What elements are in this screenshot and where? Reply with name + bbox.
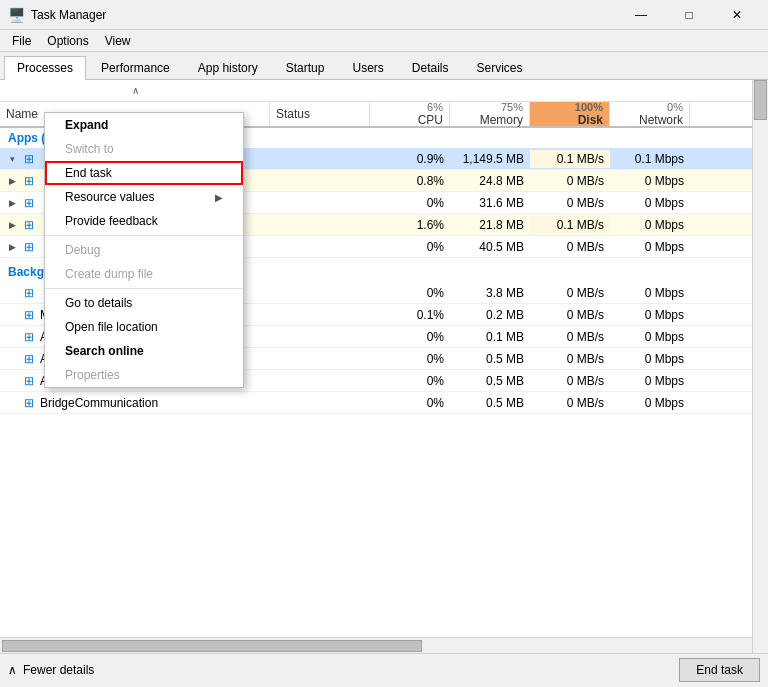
status-cell: [270, 379, 370, 383]
status-cell: [270, 179, 370, 183]
header-disk[interactable]: 100% Disk: [530, 102, 610, 126]
ctx-go-to-details[interactable]: Go to details: [45, 291, 243, 315]
cpu-cell: 0%: [370, 350, 450, 368]
minimize-button[interactable]: —: [618, 0, 664, 30]
cpu-cell: 0.9%: [370, 150, 450, 168]
process-icon: ⊞: [22, 286, 36, 300]
mem-cell: 0.5 MB: [450, 394, 530, 412]
net-cell: 0 Mbps: [610, 350, 690, 368]
horizontal-scrollbar[interactable]: [0, 637, 768, 653]
ctx-create-dump[interactable]: Create dump file: [45, 262, 243, 286]
tab-performance[interactable]: Performance: [88, 56, 183, 79]
mem-cell: 40.5 MB: [450, 238, 530, 256]
ctx-resource-values[interactable]: Resource values ▶: [45, 185, 243, 209]
cpu-cell: 1.6%: [370, 216, 450, 234]
process-icon: ⊞: [22, 308, 36, 322]
disk-cell: 0 MB/s: [530, 372, 610, 390]
mem-cell: 1,149.5 MB: [450, 150, 530, 168]
process-icon: ⊞: [22, 174, 36, 188]
process-icon: ⊞: [22, 218, 36, 232]
net-cell: 0 Mbps: [610, 172, 690, 190]
net-cell: 0 Mbps: [610, 216, 690, 234]
ctx-properties[interactable]: Properties: [45, 363, 243, 387]
net-cell: 0 Mbps: [610, 194, 690, 212]
tab-processes[interactable]: Processes: [4, 56, 86, 80]
cpu-cell: 0%: [370, 238, 450, 256]
net-cell: 0 Mbps: [610, 328, 690, 346]
status-cell: [270, 357, 370, 361]
tab-services[interactable]: Services: [464, 56, 536, 79]
process-icon: ⊞: [22, 330, 36, 344]
ctx-debug[interactable]: Debug: [45, 238, 243, 262]
tab-app-history[interactable]: App history: [185, 56, 271, 79]
status-cell: [270, 201, 370, 205]
disk-cell: 0 MB/s: [530, 306, 610, 324]
expand-arrow-icon: ▾: [6, 153, 18, 165]
main-content: ∧ Name Status 6% CPU 75% Memory 100% Dis…: [0, 80, 768, 653]
horizontal-scrollbar-thumb[interactable]: [2, 640, 422, 652]
fewer-details-arrow-icon: ∧: [8, 663, 17, 677]
expand-arrow-icon: ▶: [6, 175, 18, 187]
disk-cell: 0 MB/s: [530, 172, 610, 190]
context-menu: Expand Switch to End task Resource value…: [44, 112, 244, 388]
header-network[interactable]: 0% Network: [610, 102, 690, 126]
tab-users[interactable]: Users: [339, 56, 396, 79]
disk-cell: 0 MB/s: [530, 394, 610, 412]
process-icon: ⊞: [22, 352, 36, 366]
mem-cell: 0.1 MB: [450, 328, 530, 346]
menu-view[interactable]: View: [97, 32, 139, 50]
expand-arrow-icon: ▶: [6, 219, 18, 231]
cpu-cell: 0%: [370, 284, 450, 302]
tab-details[interactable]: Details: [399, 56, 462, 79]
process-name-cell: ▶ ⊞ BridgeCommunication: [0, 394, 270, 412]
ctx-search-online[interactable]: Search online: [45, 339, 243, 363]
header-cpu[interactable]: 6% CPU: [370, 102, 450, 126]
disk-cell: 0 MB/s: [530, 284, 610, 302]
app-icon: 🖥️: [8, 7, 25, 23]
status-cell: [270, 401, 370, 405]
mem-cell: 21.8 MB: [450, 216, 530, 234]
status-cell: [270, 223, 370, 227]
process-icon: ⊞: [22, 396, 36, 410]
net-cell: 0 Mbps: [610, 394, 690, 412]
process-name: BridgeCommunication: [40, 396, 158, 410]
menu-file[interactable]: File: [4, 32, 39, 50]
disk-cell: 0 MB/s: [530, 194, 610, 212]
disk-cell: 0.1 MB/s: [530, 150, 610, 168]
window-title: Task Manager: [31, 8, 618, 22]
vertical-scrollbar[interactable]: [752, 80, 768, 653]
process-icon: ⊞: [22, 152, 36, 166]
disk-cell: 0 MB/s: [530, 238, 610, 256]
status-cell: [270, 313, 370, 317]
submenu-arrow-icon: ▶: [215, 192, 223, 203]
mem-cell: 3.8 MB: [450, 284, 530, 302]
cpu-cell: 0%: [370, 372, 450, 390]
status-cell: [270, 335, 370, 339]
cpu-cell: 0.1%: [370, 306, 450, 324]
context-menu-separator-2: [45, 288, 243, 289]
menu-bar: File Options View: [0, 30, 768, 52]
status-bar: ∧ Fewer details End task: [0, 653, 768, 685]
maximize-button[interactable]: □: [666, 0, 712, 30]
ctx-end-task[interactable]: End task: [45, 161, 243, 185]
status-cell: [270, 291, 370, 295]
scrollbar-thumb[interactable]: [754, 80, 767, 120]
end-task-button[interactable]: End task: [679, 658, 760, 682]
fewer-details-button[interactable]: ∧ Fewer details: [8, 663, 94, 677]
menu-options[interactable]: Options: [39, 32, 96, 50]
header-status[interactable]: Status: [270, 102, 370, 126]
tab-startup[interactable]: Startup: [273, 56, 338, 79]
fewer-details-label: Fewer details: [23, 663, 94, 677]
ctx-open-file-location[interactable]: Open file location: [45, 315, 243, 339]
ctx-expand[interactable]: Expand: [45, 113, 243, 137]
disk-cell: 0 MB/s: [530, 350, 610, 368]
ctx-switch-to[interactable]: Switch to: [45, 137, 243, 161]
cpu-cell: 0%: [370, 194, 450, 212]
mem-cell: 24.8 MB: [450, 172, 530, 190]
process-icon: ⊞: [22, 374, 36, 388]
net-cell: 0 Mbps: [610, 238, 690, 256]
close-button[interactable]: ✕: [714, 0, 760, 30]
header-memory[interactable]: 75% Memory: [450, 102, 530, 126]
table-row[interactable]: ▶ ⊞ BridgeCommunication 0% 0.5 MB 0 MB/s…: [0, 392, 752, 414]
ctx-provide-feedback[interactable]: Provide feedback: [45, 209, 243, 233]
